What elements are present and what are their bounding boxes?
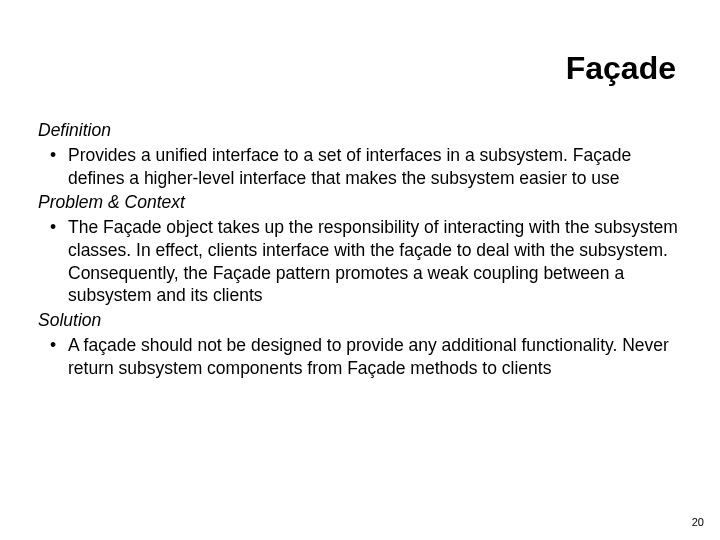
list-item: The Façade object takes up the responsib… bbox=[38, 216, 682, 307]
definition-label: Definition bbox=[38, 119, 682, 142]
slide-body: Definition Provides a unified interface … bbox=[38, 119, 682, 379]
list-item: A façade should not be designed to provi… bbox=[38, 334, 682, 380]
slide-title: Façade bbox=[38, 50, 682, 87]
list-item: Provides a unified interface to a set of… bbox=[38, 144, 682, 190]
page-number: 20 bbox=[692, 516, 704, 528]
solution-list: A façade should not be designed to provi… bbox=[38, 334, 682, 380]
slide: Façade Definition Provides a unified int… bbox=[0, 0, 720, 540]
solution-label: Solution bbox=[38, 309, 682, 332]
problem-context-label: Problem & Context bbox=[38, 191, 682, 214]
problem-context-list: The Façade object takes up the responsib… bbox=[38, 216, 682, 307]
definition-list: Provides a unified interface to a set of… bbox=[38, 144, 682, 190]
